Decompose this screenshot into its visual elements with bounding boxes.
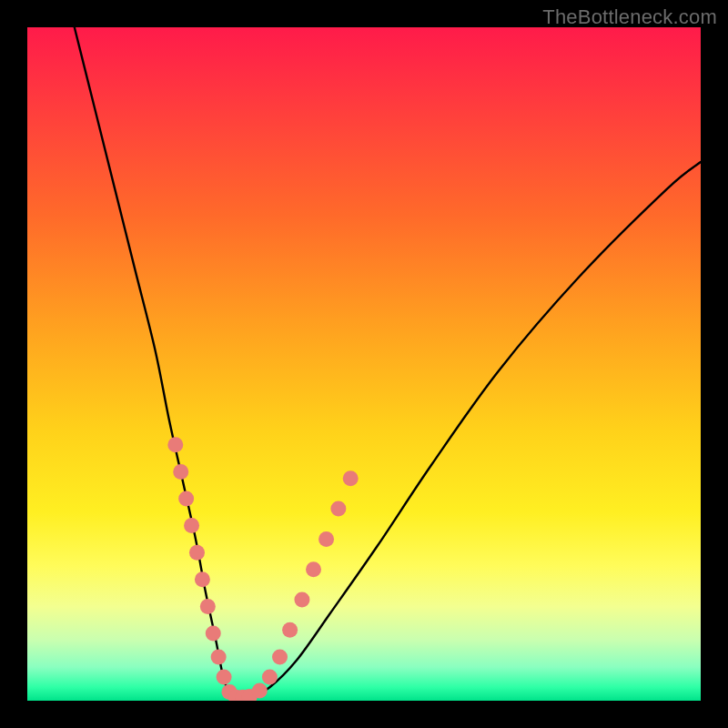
highlight-dot: [262, 670, 278, 685]
highlight-dot: [272, 649, 288, 664]
highlight-dot: [330, 501, 346, 517]
highlight-dot: [206, 626, 221, 642]
bottleneck-curve: [75, 27, 701, 698]
highlight-dot: [167, 437, 183, 452]
chart-frame: TheBottleneck.com: [0, 0, 728, 728]
highlight-dot: [184, 518, 199, 533]
highlight-dot: [173, 464, 188, 480]
highlight-dots-group: [167, 437, 358, 701]
highlight-dot: [217, 670, 232, 685]
highlight-dot: [282, 622, 298, 638]
highlight-dot: [318, 531, 334, 547]
highlight-dot: [306, 561, 321, 577]
highlight-dot: [252, 682, 268, 698]
highlight-dot: [200, 599, 216, 614]
highlight-dot: [294, 592, 309, 608]
chart-svg: [27, 27, 701, 701]
highlight-dot: [211, 649, 227, 664]
highlight-dot: [189, 545, 205, 561]
watermark-text: TheBottleneck.com: [542, 5, 717, 29]
highlight-dot: [178, 491, 194, 507]
highlight-dot: [343, 470, 359, 486]
highlight-dot: [195, 571, 210, 587]
plot-area: [27, 27, 701, 701]
